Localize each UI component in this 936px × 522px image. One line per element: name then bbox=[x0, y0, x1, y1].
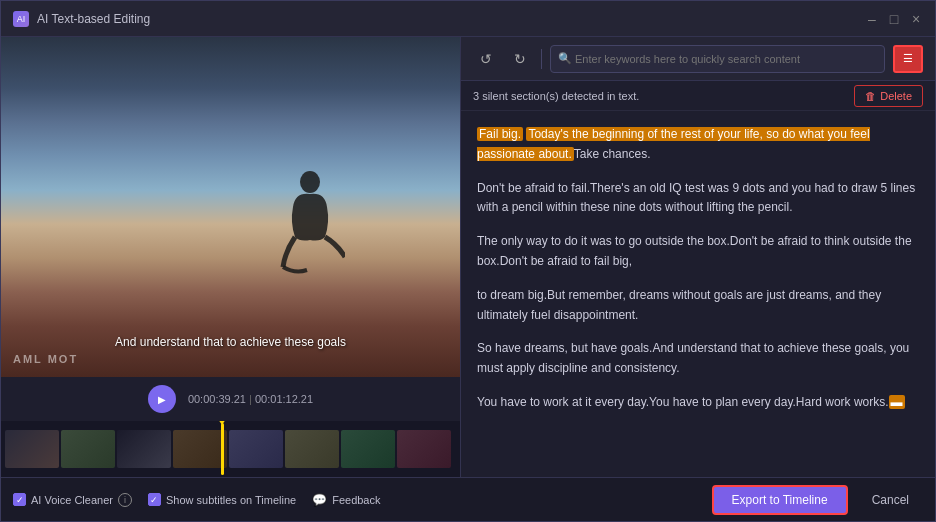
feedback-label: Feedback bbox=[332, 494, 380, 506]
app-window: AI AI Text-based Editing – □ × bbox=[0, 0, 936, 522]
main-content: AML MOT And understand that to achieve t… bbox=[1, 37, 935, 477]
person-silhouette bbox=[275, 162, 345, 282]
app-icon: AI bbox=[13, 11, 29, 27]
timeline-thumb-7 bbox=[341, 430, 395, 468]
video-area: AML MOT And understand that to achieve t… bbox=[1, 37, 460, 377]
bottom-bar: AI Voice Cleaner i Show subtitles on Tim… bbox=[1, 477, 935, 521]
show-subtitles-item[interactable]: Show subtitles on Timeline bbox=[148, 493, 296, 506]
ai-voice-cleaner-label: AI Voice Cleaner bbox=[31, 494, 113, 506]
toolbar-divider bbox=[541, 49, 542, 69]
show-subtitles-checkbox[interactable] bbox=[148, 493, 161, 506]
paragraph-3: The only way to do it was to go outside … bbox=[477, 232, 919, 272]
timeline-thumb-4 bbox=[173, 430, 227, 468]
window-controls: – □ × bbox=[865, 12, 923, 26]
bottom-left-controls: AI Voice Cleaner i Show subtitles on Tim… bbox=[13, 493, 380, 507]
timeline-strip[interactable] bbox=[1, 421, 460, 477]
highlight-fail-big: Fail big. bbox=[477, 127, 523, 141]
paragraph-5: So have dreams, but have goals.And under… bbox=[477, 339, 919, 379]
maximize-button[interactable]: □ bbox=[887, 12, 901, 26]
editor-toolbar: ↺ ↻ 🔍 ☰ bbox=[461, 37, 935, 81]
highlight-end: ▬ bbox=[889, 395, 905, 409]
ai-voice-cleaner-info-icon[interactable]: i bbox=[118, 493, 132, 507]
video-watermark: AML MOT bbox=[13, 353, 78, 365]
current-time: 00:00:39.21 | 00:01:12.21 bbox=[188, 393, 313, 405]
text-editor[interactable]: Fail big. Today's the beginning of the r… bbox=[461, 111, 935, 477]
play-button[interactable]: ▶ bbox=[148, 385, 176, 413]
show-subtitles-label: Show subtitles on Timeline bbox=[166, 494, 296, 506]
title-bar-left: AI AI Text-based Editing bbox=[13, 11, 150, 27]
redo-button[interactable]: ↻ bbox=[507, 46, 533, 72]
left-panel: AML MOT And understand that to achieve t… bbox=[1, 37, 461, 477]
timeline-thumb-5 bbox=[229, 430, 283, 468]
ai-voice-cleaner-checkbox[interactable] bbox=[13, 493, 26, 506]
svg-point-0 bbox=[300, 171, 320, 193]
filter-icon: ☰ bbox=[903, 52, 913, 65]
playback-controls: ▶ 00:00:39.21 | 00:01:12.21 bbox=[1, 377, 460, 421]
delete-icon: 🗑 bbox=[865, 90, 876, 102]
undo-button[interactable]: ↺ bbox=[473, 46, 499, 72]
export-timeline-button[interactable]: Export to Timeline bbox=[712, 485, 848, 515]
app-title: AI Text-based Editing bbox=[37, 12, 150, 26]
search-input[interactable] bbox=[550, 45, 885, 73]
search-wrapper: 🔍 bbox=[550, 45, 885, 73]
video-background bbox=[1, 37, 460, 377]
timeline-playhead[interactable] bbox=[221, 423, 224, 475]
cancel-button[interactable]: Cancel bbox=[858, 485, 923, 515]
ai-voice-cleaner-item[interactable]: AI Voice Cleaner i bbox=[13, 493, 132, 507]
close-button[interactable]: × bbox=[909, 12, 923, 26]
bottom-right-controls: Export to Timeline Cancel bbox=[712, 485, 923, 515]
timeline-thumb-8 bbox=[397, 430, 451, 468]
feedback-item[interactable]: 💬 Feedback bbox=[312, 493, 380, 507]
paragraph-2: Don't be afraid to fail.There's an old I… bbox=[477, 179, 919, 219]
status-bar: 3 silent section(s) detected in text. 🗑 … bbox=[461, 81, 935, 111]
paragraph-6: You have to work at it every day.You hav… bbox=[477, 393, 919, 413]
filter-button[interactable]: ☰ bbox=[893, 45, 923, 73]
delete-button[interactable]: 🗑 Delete bbox=[854, 85, 923, 107]
minimize-button[interactable]: – bbox=[865, 12, 879, 26]
feedback-icon: 💬 bbox=[312, 493, 327, 507]
delete-label: Delete bbox=[880, 90, 912, 102]
paragraph-1: Fail big. Today's the beginning of the r… bbox=[477, 125, 919, 165]
paragraph-4: to dream big.But remember, dreams withou… bbox=[477, 286, 919, 326]
timeline-thumb-1 bbox=[5, 430, 59, 468]
video-subtitle: And understand that to achieve these goa… bbox=[115, 335, 346, 349]
timeline-thumbnails bbox=[1, 427, 455, 471]
right-panel: ↺ ↻ 🔍 ☰ 3 silent section(s) detected in … bbox=[461, 37, 935, 477]
timeline-thumb-6 bbox=[285, 430, 339, 468]
highlight-today: Today's the beginning of the rest of you… bbox=[477, 127, 870, 161]
timeline-thumb-3 bbox=[117, 430, 171, 468]
status-message: 3 silent section(s) detected in text. bbox=[473, 90, 639, 102]
title-bar: AI AI Text-based Editing – □ × bbox=[1, 1, 935, 37]
timeline-thumb-2 bbox=[61, 430, 115, 468]
